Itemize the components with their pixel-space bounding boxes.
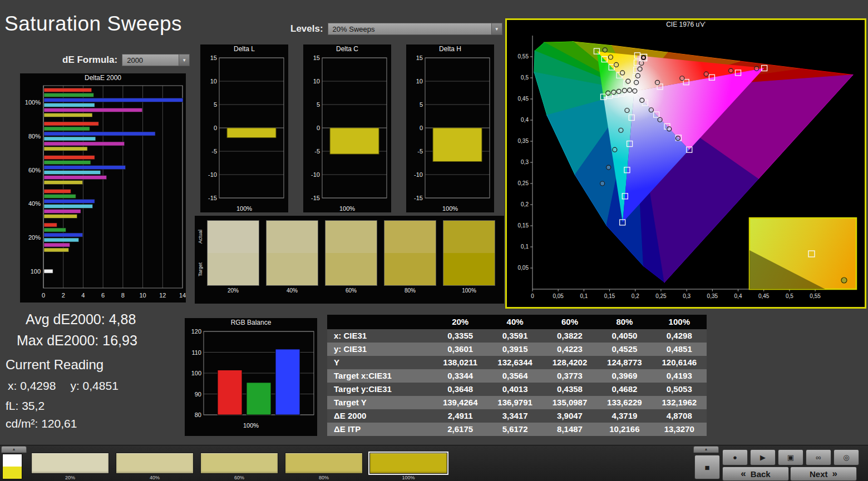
capture-button[interactable]: ▣ [778, 449, 803, 465]
de-bar-magenta [44, 176, 107, 180]
play-button[interactable]: ▶ [750, 449, 776, 465]
table-cell: 0,4050 [597, 329, 652, 343]
measured-point [649, 108, 653, 112]
table-cell: 0,3773 [542, 369, 597, 383]
x-tick-label: 0,25 [655, 293, 667, 299]
y-axis-tick: 5 [214, 101, 217, 108]
collapse-right-tab[interactable]: ▲ [693, 446, 719, 453]
rgb-bar-red [218, 370, 242, 415]
de-bar-blue [44, 199, 95, 203]
x-axis-tick: 14 [179, 292, 186, 299]
chevron-down-icon[interactable]: ▼ [491, 23, 502, 34]
table-cell: 133,6229 [597, 396, 652, 409]
saturation-swatch-80%[interactable] [285, 453, 363, 474]
saturation-swatch-60%[interactable] [200, 453, 278, 474]
record-button[interactable]: ● [722, 449, 748, 465]
collapse-left-tab[interactable]: ▲ [1, 446, 27, 453]
back-button[interactable]: « Back [722, 467, 789, 481]
table-cell: 124,8773 [597, 356, 652, 369]
measured-point [633, 89, 637, 93]
x-tick-label: 0,5 [786, 293, 793, 299]
x-tick-label: 0,1 [580, 293, 588, 299]
toolbar-swatch-wrap: 100% [369, 453, 447, 480]
table-cell: 0,3564 [487, 369, 542, 383]
delta-c-chart-panel: Delta C 151050-5-10-15 100% [303, 44, 391, 212]
y-tick-label: 0,1 [521, 244, 529, 250]
delta-l-chart-panel: Delta L 151050-5-10-15 100% [200, 44, 288, 212]
de-bar-cyan [44, 137, 96, 141]
patch-yellow-swatch [3, 467, 22, 479]
de-bar-yellow [44, 181, 83, 185]
y-axis-tick: 110 [191, 349, 201, 356]
table-cell: 0,3355 [433, 329, 487, 343]
y-axis-tick: 15 [313, 54, 320, 61]
y-axis-tick: 15 [210, 54, 217, 61]
target-swatch [267, 253, 318, 285]
table-row: Target x:CIE310,33440,35640,37730,39690,… [327, 369, 707, 383]
saturation-swatch-40%[interactable] [116, 453, 194, 474]
de-bar-red [44, 156, 95, 160]
de-formula-dropdown[interactable]: 2000 ▼ [122, 54, 190, 66]
swatch-column: 60% [325, 220, 377, 294]
measured-point [638, 67, 642, 71]
column-header: 20% [433, 315, 487, 329]
x-tick-label: 0,2 [632, 293, 639, 299]
table-cell: 0,4358 [542, 383, 597, 396]
y-axis-tick: 60% [28, 167, 41, 173]
table-cell: 0,3969 [597, 369, 652, 383]
de-formula-value: 2000 [127, 56, 143, 65]
page-title: Saturation Sweeps [4, 12, 182, 36]
measured-point [606, 91, 610, 95]
table-cell: 0,3601 [433, 343, 487, 356]
swatch-column: 20% [207, 220, 259, 294]
continuous-icon: ∞ [816, 453, 821, 462]
y-tick-label: 0,05 [518, 265, 529, 271]
continuous-button[interactable]: ∞ [806, 449, 831, 465]
de-bar-red [44, 122, 98, 126]
table-cell: 132,1962 [652, 396, 707, 409]
de-formula-control: dE Formula: 2000 ▼ [62, 54, 190, 66]
measured-point [628, 88, 632, 92]
saturation-swatch-label: 60% [200, 475, 278, 480]
comparison-swatch-20% [207, 220, 259, 286]
y-tick-label: 0,35 [518, 138, 529, 144]
cie-diagram-panel: CIE 1976 u'v' 00,050,10,150,20,250,30,35… [505, 18, 866, 309]
actual-row-label: Actual [198, 220, 204, 253]
de-bar-yellow [44, 248, 68, 252]
y-axis-tick: -10 [311, 171, 320, 178]
saturation-swatch-20%[interactable] [31, 453, 109, 474]
toolbar-swatch-wrap: 40% [116, 453, 194, 480]
power-button[interactable]: ◎ [834, 449, 859, 465]
saturation-level-swatches: 20%40%60%80%100% [31, 453, 447, 480]
measured-point [639, 61, 644, 65]
y-axis-tick: -5 [417, 148, 423, 155]
swatch-column: 80% [384, 220, 436, 294]
back-arrow-icon: « [741, 468, 746, 479]
stop-button[interactable]: ■ [694, 455, 720, 479]
table-cell: 2,4911 [433, 409, 487, 423]
y-axis-tick: 15 [416, 54, 423, 61]
y-tick-label: 0,4 [521, 117, 529, 123]
measured-point [603, 48, 607, 52]
next-button[interactable]: Next » [790, 467, 857, 481]
de-bar-green [44, 161, 91, 165]
y-axis-tick: 100 [191, 370, 201, 376]
de-bar-magenta [44, 142, 125, 146]
de-bar-blue [44, 98, 183, 102]
y-axis-tick: 0 [214, 125, 217, 131]
delta-l-chart-title: Delta L [200, 44, 288, 53]
swatch-column: 100% [443, 220, 495, 294]
table-row: ΔE ITP2,61755,61728,148710,216613,3270 [327, 423, 707, 436]
row-label: y: CIE31 [327, 343, 433, 356]
comparison-swatch-list: 20%40%60%80%100% [207, 220, 495, 294]
swatch-level-label: 80% [384, 287, 436, 294]
de-bar-cyan [44, 103, 95, 107]
delta-bar [227, 128, 276, 138]
chevron-down-icon[interactable]: ▼ [179, 54, 189, 66]
y-axis-tick: 100% [25, 99, 41, 106]
y-axis-tick: 80% [28, 133, 41, 140]
levels-dropdown[interactable]: 20% Sweeps ▼ [328, 23, 502, 35]
rgb-balance-chart-panel: RGB Balance 1201101009080 100% [185, 318, 317, 436]
saturation-swatch-100%[interactable] [369, 453, 447, 474]
delta-c-chart-title: Delta C [303, 44, 391, 53]
